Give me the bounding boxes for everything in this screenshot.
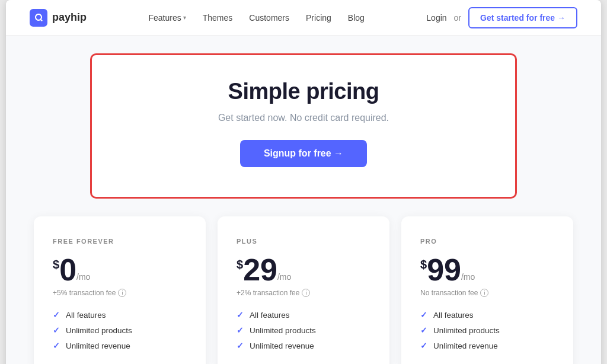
check-icon: ✓ [420, 325, 427, 335]
price-row-pro: $ 99 /mo [420, 254, 554, 285]
price-period-pro: /mo [461, 272, 475, 282]
pricing-card-pro: PRO $ 99 /mo No transaction fee i ✓ All … [401, 216, 573, 364]
nav-customers[interactable]: Customers [249, 13, 289, 23]
check-icon: ✓ [53, 325, 60, 335]
price-amount-free: 0 [59, 254, 76, 285]
feature-item: ✓ All features [237, 310, 370, 320]
pricing-cards: FREE FOREVER $ 0 /mo +5% transaction fee… [30, 216, 577, 364]
plan-name-pro: PRO [420, 238, 554, 245]
check-icon: ✓ [53, 310, 60, 320]
features-list-pro: ✓ All features ✓ Unlimited products ✓ Un… [420, 310, 554, 350]
pricing-card-free: FREE FOREVER $ 0 /mo +5% transaction fee… [34, 216, 206, 364]
price-amount-plus: 29 [243, 254, 277, 285]
nav-blog[interactable]: Blog [348, 13, 365, 23]
logo-area: payhip [30, 9, 87, 27]
price-amount-pro: 99 [427, 254, 461, 285]
nav-pricing[interactable]: Pricing [306, 13, 331, 23]
nav-features[interactable]: Features ▾ [149, 13, 186, 23]
check-icon: ✓ [53, 341, 60, 350]
header-actions: Login or Get started for free → [426, 7, 577, 28]
header: payhip Features ▾ Themes Customers Prici… [6, 0, 601, 36]
feature-item: ✓ Unlimited revenue [53, 341, 187, 350]
feature-item: ✓ Unlimited products [237, 325, 370, 335]
payhip-logo-icon [30, 9, 47, 27]
feature-item: ✓ All features [420, 310, 554, 320]
info-icon-free[interactable]: i [118, 289, 126, 297]
price-row-plus: $ 29 /mo [237, 254, 370, 285]
feature-item: ✓ Unlimited products [420, 325, 554, 335]
price-period-free: /mo [76, 272, 90, 282]
plan-name-plus: PLUS [237, 238, 370, 245]
svg-rect-0 [30, 9, 47, 27]
feature-item: ✓ Unlimited products [53, 325, 187, 335]
price-dollar-free: $ [53, 258, 59, 272]
check-icon: ✓ [420, 310, 427, 320]
plan-name-free: FREE FOREVER [53, 238, 187, 245]
hero-section: Simple pricing Get started now. No credi… [90, 53, 517, 199]
hero-title: Simple pricing [127, 79, 480, 104]
transaction-fee-pro: No transaction fee i [420, 289, 554, 297]
transaction-fee-plus: +2% transaction fee i [237, 289, 370, 297]
price-row-free: $ 0 /mo [53, 254, 187, 285]
price-period-plus: /mo [277, 272, 291, 282]
price-dollar-pro: $ [420, 258, 427, 272]
features-list-free: ✓ All features ✓ Unlimited products ✓ Un… [53, 310, 187, 350]
or-label: or [454, 13, 461, 23]
transaction-fee-free: +5% transaction fee i [53, 289, 187, 297]
check-icon: ✓ [420, 341, 427, 350]
features-chevron-icon: ▾ [183, 14, 186, 21]
signup-button[interactable]: Signup for free → [240, 140, 367, 167]
feature-item: ✓ Unlimited revenue [237, 341, 370, 350]
feature-item: ✓ Unlimited revenue [420, 341, 554, 350]
nav-themes[interactable]: Themes [203, 13, 233, 23]
check-icon: ✓ [237, 325, 244, 335]
feature-item: ✓ All features [53, 310, 187, 320]
main-nav: Features ▾ Themes Customers Pricing Blog [149, 13, 365, 23]
price-dollar-plus: $ [237, 258, 243, 272]
info-icon-plus[interactable]: i [302, 289, 310, 297]
main-content: Simple pricing Get started now. No credi… [6, 36, 601, 364]
check-icon: ✓ [237, 341, 244, 350]
check-icon: ✓ [237, 310, 244, 320]
info-icon-pro[interactable]: i [480, 289, 488, 297]
logo-text: payhip [52, 11, 87, 24]
features-list-plus: ✓ All features ✓ Unlimited products ✓ Un… [237, 310, 370, 350]
browser-frame: payhip Features ▾ Themes Customers Prici… [6, 0, 601, 364]
get-started-button[interactable]: Get started for free → [468, 7, 577, 28]
login-link[interactable]: Login [426, 13, 446, 23]
hero-subtitle: Get started now. No credit card required… [127, 113, 480, 123]
pricing-card-plus: PLUS $ 29 /mo +2% transaction fee i ✓ Al… [218, 216, 389, 364]
